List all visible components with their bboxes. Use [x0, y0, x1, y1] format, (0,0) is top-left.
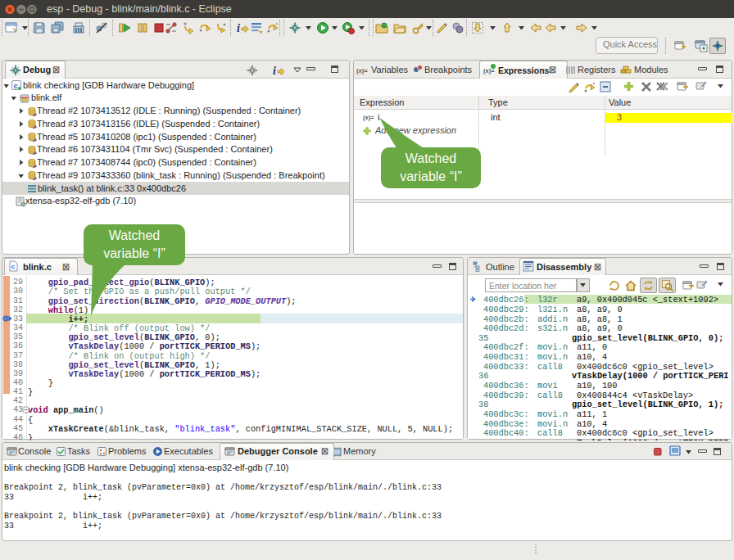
svg-text:i: i [273, 65, 276, 76]
svg-text:c: c [11, 263, 16, 270]
svg-text:i: i [237, 22, 240, 34]
svg-text:c: c [14, 83, 18, 91]
svg-text:(x)=: (x)= [356, 67, 368, 75]
